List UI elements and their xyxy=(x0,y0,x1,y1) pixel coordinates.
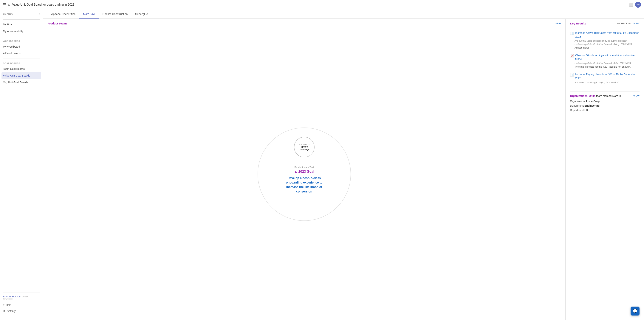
key-results-list: 📊 Increase Active Trial Users from 40 to… xyxy=(566,28,644,91)
kr-title-row: 📈 Observe 30 onboardings with a real-tim… xyxy=(570,53,640,61)
chat-icon: 💬 xyxy=(633,309,638,313)
hamburger-menu[interactable] xyxy=(3,3,6,6)
org-units-header: Organizational Units team members are in… xyxy=(570,94,640,97)
kr-note-meta: Last note by Peter Podhribar Created 18 … xyxy=(574,62,640,65)
kr-note-meta: Last note by Peter Podhribar Created 10 … xyxy=(574,43,640,45)
sidebar-item-label: My Board xyxy=(3,23,14,26)
org-unit-row: Department HR xyxy=(570,109,640,112)
sidebar-item-label: Org Unit Goal Boards xyxy=(3,81,28,84)
key-results-title: Key Results xyxy=(570,22,586,25)
goal-year-label: ▲ 2023 Goal xyxy=(281,170,328,174)
sidebar-item-label: Value Unit Goal Boards xyxy=(3,74,30,77)
version-label: 2023.6 xyxy=(22,296,28,298)
early-access-label: Early Access xyxy=(3,298,40,300)
circle-container: Goal Board for Space Cowboys Product Mar… xyxy=(258,127,351,221)
org-units-section: Organizational Units team members are in… xyxy=(566,94,644,118)
sidebar-item-org-unit-goal-boards[interactable]: Org Unit Goal Boards xyxy=(0,79,43,86)
left-panel-header: Product Teams VIEW xyxy=(43,19,565,28)
right-panel-actions: + CHECK-IN VIEW xyxy=(617,22,640,25)
content-area: Apache OpenOffice Mars Taxi Rocket Const… xyxy=(43,9,644,320)
kr-question: Are users committing to paying for a ser… xyxy=(574,81,640,84)
top-bar-right: ⬜ PP xyxy=(629,2,641,8)
badge-small-text: Goal Board for xyxy=(299,143,310,145)
home-icon[interactable]: ⌂ xyxy=(8,2,10,6)
sidebar-item-team-goal-boards[interactable]: Team Goal Boards xyxy=(0,65,43,72)
badge-main-text: Space Cowboys xyxy=(296,145,313,151)
help-icon: ? xyxy=(3,304,4,307)
check-in-button[interactable]: + CHECK-IN xyxy=(617,22,631,25)
goal-board-badge: Goal Board for Space Cowboys xyxy=(294,137,314,157)
sidebar-item-label: My Accountability xyxy=(3,30,23,33)
goal-description: Develop a best-in-class onboarding exper… xyxy=(281,176,328,194)
sidebar-item-label: My Workboard xyxy=(3,45,20,48)
product-teams-view-link[interactable]: VIEW xyxy=(555,22,561,25)
workboards-section-label: WORKBOARDS xyxy=(0,38,43,43)
help-label: Help xyxy=(6,304,12,307)
kr-title[interactable]: Observe 30 onboardings with a real-time … xyxy=(575,53,640,61)
product-teams-title: Product Teams xyxy=(48,22,68,25)
settings-icon: ⚙ xyxy=(3,310,6,313)
sidebar-header: BOARDS ‹ xyxy=(0,12,43,18)
sidebar-collapse-button[interactable]: ‹ xyxy=(39,12,40,16)
bar-chart-icon: 📊 xyxy=(570,73,574,76)
bar-chart-icon: 📊 xyxy=(570,31,574,35)
sidebar-item-my-workboard[interactable]: My Workboard xyxy=(0,43,43,50)
org-unit-row: Organization Acme Corp xyxy=(570,100,640,103)
agile-tools-logo: AGILE TOOLS xyxy=(3,295,21,298)
chat-fab-button[interactable]: 💬 xyxy=(630,307,640,316)
right-panel-header: Key Results + CHECK-IN VIEW xyxy=(566,19,644,28)
settings-item[interactable]: ⚙ Settings xyxy=(3,308,40,314)
org-units-view-link[interactable]: VIEW xyxy=(633,94,640,97)
kr-note-text: Almost there! xyxy=(574,46,640,49)
goal-board-content: Goal Board for Space Cowboys Product Mar… xyxy=(43,28,565,320)
key-results-view-link[interactable]: VIEW xyxy=(633,22,640,25)
sidebar-item-all-workboards[interactable]: All Workboards xyxy=(0,50,43,57)
goal-team-label: Product Mars Taxi xyxy=(281,166,328,169)
content-panels: Product Teams VIEW Goal Board for Space … xyxy=(43,19,644,320)
tab-rocket-construction[interactable]: Rocket Construction xyxy=(99,9,132,19)
key-result-item: 📊 Increase Paying Users from 3% to 7% by… xyxy=(570,73,640,84)
top-bar: ⌂ Value Unit Goal Board for goals ending… xyxy=(0,0,644,9)
kr-note-text: The time allocated for this Key Result i… xyxy=(574,65,640,68)
goal-boards-section-label: GOAL BOARDS xyxy=(0,60,43,65)
percent-chart-icon: 📈 xyxy=(570,54,574,57)
kr-title-row: 📊 Increase Paying Users from 3% to 7% by… xyxy=(570,73,640,80)
tab-mars-taxi[interactable]: Mars Taxi xyxy=(80,9,99,19)
kr-question: Are our trial users engaged in trying ou… xyxy=(574,39,640,42)
right-panel: Key Results + CHECK-IN VIEW 📊 Increase A… xyxy=(566,19,644,320)
kr-title-row: 📊 Increase Active Trial Users from 40 to… xyxy=(570,31,640,38)
org-unit-row: Department Engineering xyxy=(570,104,640,107)
sidebar-item-my-board[interactable]: My Board xyxy=(0,21,43,28)
sidebar-item-label: Team Goal Boards xyxy=(3,67,25,70)
page-title: Value Unit Goal Board for goals ending i… xyxy=(12,3,74,6)
kr-title[interactable]: Increase Active Trial Users from 40 to 6… xyxy=(575,31,640,38)
goal-year-icon: ▲ xyxy=(294,170,298,173)
monitor-icon[interactable]: ⬜ xyxy=(629,2,633,7)
tab-superglue[interactable]: Superglue xyxy=(132,9,152,19)
sidebar-header-label: BOARDS xyxy=(3,13,14,15)
tab-apache-openoffice[interactable]: Apache OpenOffice xyxy=(48,9,80,19)
sidebar: BOARDS ‹ My Board My Accountability WORK… xyxy=(0,9,43,320)
settings-label: Settings xyxy=(7,310,16,313)
center-content: Product Mars Taxi ▲ 2023 Goal Develop a … xyxy=(281,166,328,194)
key-result-item: 📊 Increase Active Trial Users from 40 to… xyxy=(570,31,640,49)
help-item[interactable]: ? Help xyxy=(3,302,40,308)
left-panel: Product Teams VIEW Goal Board for Space … xyxy=(43,19,566,320)
sidebar-footer: AGILE TOOLS 2023.6 Early Access ? Help ⚙… xyxy=(0,290,43,317)
org-units-title: Organizational Units team members are in xyxy=(570,94,621,97)
sidebar-item-value-unit-goal-boards[interactable]: Value Unit Goal Boards xyxy=(2,72,41,79)
sidebar-item-my-accountability[interactable]: My Accountability xyxy=(0,28,43,34)
tabs-bar: Apache OpenOffice Mars Taxi Rocket Const… xyxy=(43,9,644,19)
sidebar-item-label: All Workboards xyxy=(3,52,21,55)
key-result-item: 📈 Observe 30 onboardings with a real-tim… xyxy=(570,53,640,68)
avatar[interactable]: PP xyxy=(635,2,641,8)
top-bar-left: ⌂ Value Unit Goal Board for goals ending… xyxy=(3,2,74,6)
kr-title[interactable]: Increase Paying Users from 3% to 7% by D… xyxy=(575,73,640,80)
